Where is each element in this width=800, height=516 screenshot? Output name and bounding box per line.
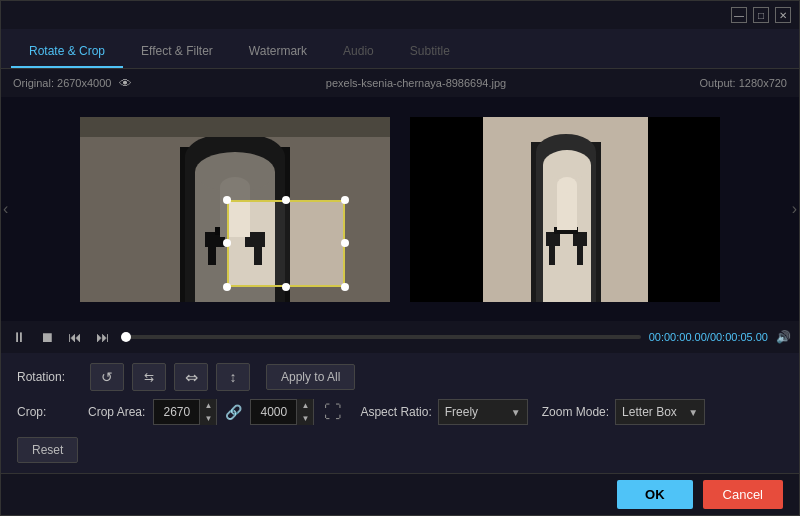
prev-arrow-icon[interactable]: ‹ [3,200,8,218]
left-preview [80,117,390,302]
expand-crop-icon[interactable]: ⛶ [324,402,342,423]
crop-height-input-group: ▲ ▼ [250,399,314,425]
pause-button[interactable]: ⏸ [9,329,29,345]
svg-rect-31 [577,245,583,265]
original-size-label: Original: 2670x4000 [13,77,111,89]
tab-subtitle: Subtitle [392,36,468,68]
svg-rect-32 [546,232,560,246]
title-bar: — □ ✕ [1,1,799,29]
crop-height-spinner: ▲ ▼ [296,399,313,425]
output-image-container [483,117,648,302]
crop-width-down-button[interactable]: ▼ [200,412,216,425]
maximize-button[interactable]: □ [753,7,769,23]
svg-rect-24 [601,117,648,302]
crop-row: Crop: Crop Area: ▲ ▼ 🔗 ▲ ▼ ⛶ Aspec [17,399,783,425]
source-image [80,117,390,302]
svg-point-36 [557,177,577,193]
tab-watermark[interactable]: Watermark [231,36,325,68]
reset-button[interactable]: Reset [17,437,78,463]
tab-effect-filter[interactable]: Effect & Filter [123,36,231,68]
tab-rotate-crop[interactable]: Rotate & Crop [11,36,123,68]
apply-all-button[interactable]: Apply to All [266,364,355,390]
svg-rect-4 [80,117,180,302]
link-icon[interactable]: 🔗 [225,404,242,420]
output-size-label: Output: 1280x720 [700,77,787,89]
svg-point-29 [543,150,591,180]
aspect-ratio-value: Freely [445,405,478,419]
close-button[interactable]: ✕ [775,7,791,23]
right-preview [410,117,720,302]
zoom-mode-arrow-icon: ▼ [688,407,698,418]
tab-bar: Rotate & Crop Effect & Filter Watermark … [1,29,799,69]
eye-icon[interactable]: 👁 [119,76,132,91]
time-display: 00:00:00.00/00:00:05.00 [649,331,768,343]
prev-frame-button[interactable]: ⏮ [65,329,85,345]
svg-rect-33 [573,232,587,246]
output-image [483,117,648,302]
rotation-row: Rotation: ↺ ⇆ ⇔ ↕ Apply to All [17,363,783,391]
progress-track[interactable] [121,335,641,339]
flip-horizontal2-button[interactable]: ⇔ [174,363,208,391]
svg-rect-30 [549,245,555,265]
svg-rect-5 [290,117,390,302]
cancel-button[interactable]: Cancel [703,480,783,509]
tab-audio: Audio [325,36,392,68]
ok-button[interactable]: OK [617,480,693,509]
svg-rect-23 [483,117,531,302]
crop-width-up-button[interactable]: ▲ [200,399,216,412]
preview-area: ‹ [1,97,799,321]
crop-width-input-group: ▲ ▼ [153,399,217,425]
zoom-mode-dropdown[interactable]: Letter Box ▼ [615,399,705,425]
next-frame-button[interactable]: ⏭ [93,329,113,345]
reset-row: Reset [17,433,783,463]
flip-vertical-button[interactable]: ↕ [216,363,250,391]
progress-indicator [121,332,131,342]
letterbox-right [647,117,720,302]
volume-icon[interactable]: 🔊 [776,330,791,344]
crop-width-spinner: ▲ ▼ [199,399,216,425]
rotate-left-button[interactable]: ↺ [90,363,124,391]
zoom-mode-value: Letter Box [622,405,677,419]
flip-horizontal-button[interactable]: ⇆ [132,363,166,391]
crop-width-input[interactable] [154,405,199,419]
rotation-label: Rotation: [17,370,82,384]
crop-height-up-button[interactable]: ▲ [297,399,313,412]
stop-button[interactable]: ⏹ [37,329,57,345]
aspect-ratio-label: Aspect Ratio: [360,405,431,419]
svg-rect-11 [208,245,216,265]
preview-container [1,97,799,321]
file-bar: Original: 2670x4000 👁 pexels-ksenia-cher… [1,69,799,97]
crop-label: Crop: [17,405,82,419]
crop-area-label: Crop Area: [88,405,145,419]
controls-area: Rotation: ↺ ⇆ ⇔ ↕ Apply to All Crop: Cro… [1,353,799,473]
aspect-ratio-dropdown[interactable]: Freely ▼ [438,399,528,425]
svg-rect-18 [80,117,390,137]
minimize-button[interactable]: — [731,7,747,23]
bottom-bar: OK Cancel [1,473,799,515]
letterbox-left [410,117,483,302]
next-arrow-icon[interactable]: › [792,200,797,218]
aspect-ratio-arrow-icon: ▼ [511,407,521,418]
crop-height-input[interactable] [251,405,296,419]
crop-height-down-button[interactable]: ▼ [297,412,313,425]
zoom-mode-label: Zoom Mode: [542,405,609,419]
filename-label: pexels-ksenia-chernaya-8986694.jpg [326,77,506,89]
timeline-bar: ⏸ ⏹ ⏮ ⏭ 00:00:00.00/00:00:05.00 🔊 [1,321,799,353]
svg-point-17 [220,177,250,197]
file-bar-left: Original: 2670x4000 👁 [13,76,132,91]
main-window: — □ ✕ Rotate & Crop Effect & Filter Wate… [0,0,800,516]
svg-rect-12 [254,245,262,265]
